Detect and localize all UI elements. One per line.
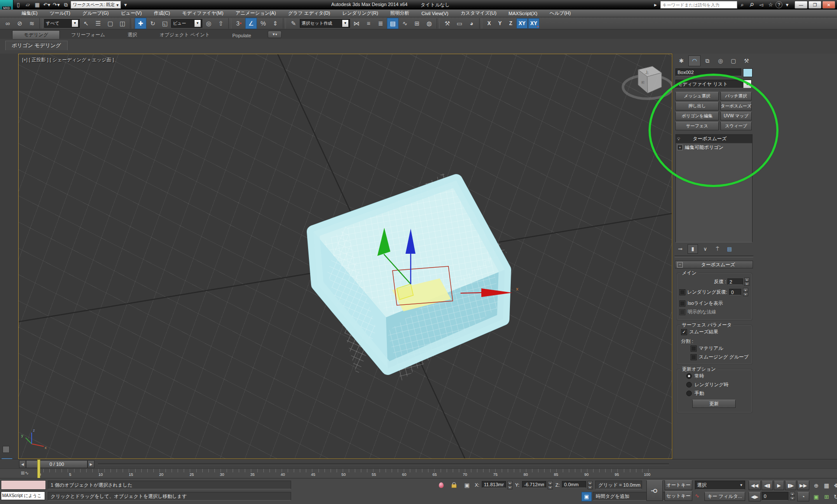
- absolute-offset-mode-icon[interactable]: ▣: [462, 480, 472, 490]
- x-spinner[interactable]: ▲▼: [507, 481, 513, 489]
- app-logo-icon[interactable]: MXD: [0, 0, 13, 10]
- axis-constraint-xy[interactable]: XY: [516, 18, 528, 29]
- mirror-icon[interactable]: ⋈: [350, 18, 362, 29]
- use-pivot-point-icon[interactable]: ◎: [203, 18, 214, 29]
- z-spinner[interactable]: ▲▼: [587, 481, 593, 489]
- axis-constraint-y[interactable]: Y: [495, 19, 505, 28]
- pan-icon[interactable]: ❖: [831, 480, 837, 491]
- menu-tools[interactable]: ツール(T): [44, 10, 77, 17]
- align-icon[interactable]: ≡: [363, 18, 374, 29]
- curve-editor-icon[interactable]: ∿: [399, 18, 411, 29]
- smooth-result-checkbox[interactable]: ✓: [681, 329, 687, 335]
- pin-stack-icon[interactable]: ⊸: [675, 245, 685, 253]
- z-coordinate-field[interactable]: [562, 481, 586, 488]
- selection-filter-dropdown[interactable]: すべて▼: [44, 19, 80, 28]
- separate-materials-checkbox[interactable]: [691, 346, 697, 352]
- expand-plus-icon[interactable]: +: [677, 145, 683, 150]
- new-scene-icon[interactable]: ▯: [13, 1, 23, 9]
- update-always-radio[interactable]: [686, 373, 692, 379]
- box002-object[interactable]: [289, 165, 515, 381]
- schematic-view-icon[interactable]: ⊞: [411, 18, 423, 29]
- object-color-swatch[interactable]: [743, 68, 753, 77]
- communication-center-icon[interactable]: ◅: [756, 1, 766, 9]
- select-and-link-icon[interactable]: ∞: [2, 18, 13, 29]
- ribbon-minimize-dropdown[interactable]: ▼▾: [268, 31, 282, 38]
- help-icon[interactable]: ?: [775, 1, 782, 8]
- search-icon[interactable]: ⌕: [737, 1, 747, 9]
- tab-object-paint[interactable]: オブジェクト ペイント: [149, 31, 221, 39]
- track-bar[interactable]: ⊞∿ 0510 152025 303540 455055 606570 7580…: [0, 468, 837, 478]
- render-setup-icon[interactable]: ⚒: [441, 18, 453, 29]
- x-coordinate-field[interactable]: [482, 481, 506, 488]
- open-file-icon[interactable]: ▱: [23, 1, 32, 9]
- project-folder-icon[interactable]: ⧉: [61, 1, 71, 9]
- previous-frame-button[interactable]: ◀▮: [762, 481, 773, 490]
- update-manual-radio[interactable]: [686, 391, 692, 396]
- render-iterations-field[interactable]: [729, 289, 741, 295]
- default-in-out-tangent-icon[interactable]: ∿: [695, 493, 699, 499]
- modifier-stack-list[interactable]: 💡︎ ターボスムーズ + 編集可能ポリゴン: [675, 134, 753, 242]
- menu-help[interactable]: ヘルプ(H): [543, 10, 577, 17]
- motion-tab-icon[interactable]: ◎: [714, 55, 727, 66]
- select-and-move-icon[interactable]: ✚: [135, 18, 146, 29]
- zoom-extents-icon[interactable]: ▣: [811, 491, 821, 502]
- select-and-rotate-icon[interactable]: ↻: [147, 18, 159, 29]
- select-and-scale-icon[interactable]: ◱: [159, 18, 171, 29]
- axis-constraint-xy-plane[interactable]: XY ●: [528, 18, 539, 29]
- render-iterations-checkbox[interactable]: [679, 289, 685, 295]
- modify-tab-icon[interactable]: ◠: [688, 55, 701, 66]
- set-key-button[interactable]: セットキー: [665, 491, 692, 501]
- workspace-dropdown[interactable]: ワークスペース: 既定▾: [71, 1, 121, 9]
- frame-spinner[interactable]: ▲▼: [790, 492, 795, 500]
- tab-populate[interactable]: Populate: [221, 32, 262, 39]
- go-to-start-button[interactable]: ◀◀: [749, 481, 761, 490]
- maxscript-listener-pink[interactable]: [1, 480, 46, 490]
- set-key-big-button[interactable]: ⚲: [646, 480, 663, 501]
- stack-row-editable-poly[interactable]: + 編集可能ポリゴン: [676, 143, 752, 152]
- configure-modifier-sets-icon[interactable]: ▤: [725, 245, 734, 253]
- menu-civil-view[interactable]: Civil View(V): [415, 10, 454, 17]
- key-filters-button[interactable]: キー フィルタ...: [704, 492, 745, 501]
- object-name-field[interactable]: Box002: [675, 68, 741, 76]
- menu-modifiers[interactable]: モディファイヤ(M): [176, 10, 229, 17]
- menu-views[interactable]: ビュー(V): [115, 10, 148, 17]
- zoom-icon[interactable]: ⊕: [811, 480, 821, 491]
- orbit-icon[interactable]: ↻: [831, 491, 837, 502]
- key-mode-toggle[interactable]: ◀▶: [749, 492, 761, 501]
- menu-graph-editors[interactable]: グラフ エディタ(D): [282, 10, 336, 17]
- lightbulb-icon[interactable]: 💡︎: [677, 136, 680, 142]
- angle-snap-toggle-icon[interactable]: ∠: [245, 18, 257, 29]
- y-spinner[interactable]: ▲▼: [548, 481, 553, 489]
- modifier-button-turbosmooth[interactable]: ターボスムーズ: [720, 102, 752, 110]
- undo-icon[interactable]: ↶▾: [42, 1, 52, 9]
- favorites-star-icon[interactable]: ☆: [766, 1, 775, 9]
- percent-snap-toggle-icon[interactable]: %: [257, 18, 269, 29]
- tab-modeling[interactable]: モデリング: [12, 30, 60, 39]
- window-crossing-icon[interactable]: ◫: [117, 18, 128, 29]
- bind-to-space-warp-icon[interactable]: ≋: [26, 18, 38, 29]
- update-when-rendering-radio[interactable]: [686, 382, 692, 388]
- mini-curve-editor-icon[interactable]: ⊞∿: [21, 470, 29, 476]
- material-editor-icon[interactable]: ◍: [423, 18, 435, 29]
- layer-manager-icon[interactable]: ≣: [375, 18, 386, 29]
- maxscript-listener-white[interactable]: MAXScript にようこ: [1, 491, 45, 500]
- modifier-list-dropdown[interactable]: モディファイヤ リスト ▼: [675, 80, 752, 88]
- modifier-button-patch-select[interactable]: パッチ選択: [720, 92, 752, 100]
- modifier-button-mesh-select[interactable]: メッシュ選択: [675, 92, 719, 100]
- selection-set-dropdown[interactable]: 選択 ▼: [695, 481, 745, 490]
- menu-customize[interactable]: カスタマイズ(U): [454, 10, 503, 17]
- show-end-result-icon[interactable]: ▮: [688, 244, 698, 254]
- quick-access-overflow-icon[interactable]: ▾: [121, 1, 130, 9]
- select-and-manipulate-icon[interactable]: ⇧: [215, 18, 227, 29]
- close-button[interactable]: ✕: [822, 1, 835, 9]
- time-forward-arrow[interactable]: ▶: [88, 460, 94, 468]
- make-unique-icon[interactable]: ∨: [701, 245, 710, 253]
- current-frame-field[interactable]: [762, 492, 788, 501]
- menu-create[interactable]: 作成(C): [148, 10, 176, 17]
- spinner-snap-toggle-icon[interactable]: ⇕: [269, 18, 281, 29]
- tab-freeform[interactable]: フリーフォーム: [60, 31, 116, 39]
- explicit-normals-checkbox[interactable]: [679, 309, 685, 315]
- keyboard-shortcut-override-icon[interactable]: ✎: [288, 18, 299, 29]
- update-button[interactable]: 更新: [692, 400, 736, 408]
- select-by-name-icon[interactable]: ☰: [92, 18, 104, 29]
